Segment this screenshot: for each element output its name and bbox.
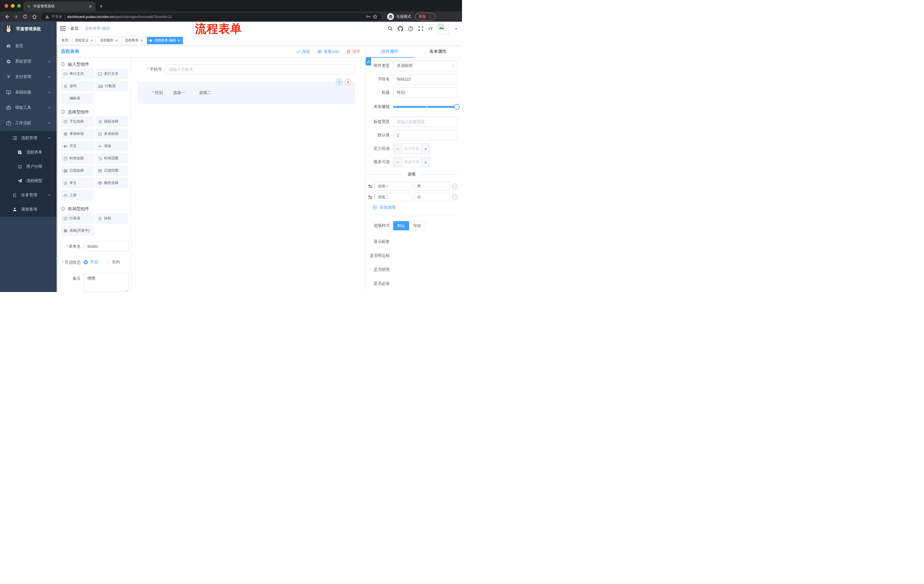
component-type-select[interactable] (393, 61, 457, 71)
tag-process-definition[interactable]: 流程定义✕ (72, 37, 96, 44)
drag-handle-icon[interactable] (368, 195, 373, 199)
option-2-label-input[interactable] (375, 193, 412, 201)
component-upload[interactable]: 上传 (61, 190, 94, 201)
tag-home[interactable]: 首页 (59, 37, 71, 44)
component-date-picker[interactable]: 日期选择 (61, 165, 94, 176)
avatar-caret-icon[interactable] (455, 27, 458, 30)
option-1-label-input[interactable] (375, 182, 412, 191)
component-editor[interactable]: 编辑器 (61, 93, 94, 104)
decrease-button[interactable]: − (393, 157, 402, 167)
tab-component-props[interactable]: 组件属性 (366, 46, 414, 58)
sidebar-item-workflow[interactable]: 工作流程 (0, 115, 57, 131)
close-icon[interactable]: ✕ (115, 39, 118, 43)
style-button-button[interactable]: 按钮 (409, 221, 426, 230)
component-checkbox-group[interactable]: 多选框组 (96, 128, 129, 139)
sidebar-item-payment[interactable]: ¥ 支付管理 (0, 69, 57, 85)
checkbox[interactable] (192, 91, 196, 95)
status-off-radio[interactable]: 关闭 (106, 260, 120, 265)
title-input[interactable] (393, 87, 457, 98)
close-window-button[interactable] (5, 4, 8, 8)
back-icon[interactable] (3, 13, 11, 21)
component-password[interactable]: 密码 (61, 81, 94, 91)
component-time-picker[interactable]: 时间选择 (61, 153, 94, 164)
avatar[interactable] (438, 23, 449, 34)
search-icon[interactable] (388, 26, 393, 31)
forward-icon[interactable] (12, 13, 20, 21)
decrease-button[interactable]: − (393, 144, 402, 153)
breadcrumb-home[interactable]: 首页 (70, 26, 78, 31)
browser-menu-icon[interactable]: ⋮ (428, 15, 432, 19)
min-select-stepper[interactable]: − 至少应选 + (393, 143, 430, 154)
save-button[interactable]: 保存 (296, 49, 310, 54)
tag-process-model[interactable]: 流程模型✕ (97, 37, 120, 44)
checkbox[interactable] (167, 91, 170, 95)
add-option-button[interactable]: 添加选项 (373, 205, 457, 210)
password-key-icon[interactable] (366, 14, 371, 19)
slider-track[interactable] (393, 106, 457, 108)
max-select-stepper[interactable]: − 最多可选 + (393, 157, 430, 167)
sidebar-item-process-model[interactable]: 流程模型 (0, 174, 57, 188)
component-button[interactable]: 按钮 (96, 213, 129, 224)
field-name-input[interactable] (393, 74, 457, 84)
not-secure-label[interactable]: 不安全 (51, 14, 62, 19)
sidebar-item-devtools[interactable]: 研发工具 (0, 100, 57, 115)
tag-process-form[interactable]: 流程表单✕ (122, 37, 145, 44)
component-switch[interactable]: 开关 (61, 141, 94, 151)
sidebar-item-leave-query[interactable]: 请假查询 (0, 202, 57, 217)
sidebar-item-process-management[interactable]: 流程管理 (0, 131, 57, 145)
tab-close-icon[interactable]: ✕ (89, 4, 92, 9)
scrollbar-track[interactable] (57, 46, 58, 292)
link-tag[interactable] (366, 58, 371, 66)
component-select[interactable]: 下拉选择 (61, 116, 94, 127)
remove-option-button[interactable]: − (452, 184, 457, 189)
form-remark-textarea[interactable]: 嘿嘿 (84, 273, 129, 292)
not-secure-warning-icon[interactable] (45, 15, 49, 18)
home-icon[interactable] (30, 13, 38, 21)
sidebar-item-process-form[interactable]: 流程表单 (0, 145, 57, 160)
view-json-button[interactable]: 查看json (317, 49, 339, 54)
form-name-input[interactable] (84, 241, 129, 252)
selected-component-gender[interactable]: *性别 选项一 选项二 (138, 82, 355, 104)
close-icon[interactable]: ✕ (90, 39, 93, 43)
help-icon[interactable] (408, 26, 413, 31)
window-controls[interactable] (5, 4, 21, 8)
component-row-container[interactable]: 行容器 (61, 213, 94, 224)
sidebar-item-user-group[interactable]: 用户分组 (0, 160, 57, 174)
phone-input[interactable] (165, 64, 355, 74)
option-1-value-input[interactable] (414, 182, 450, 191)
component-single-line-text[interactable]: 单行文本 (61, 69, 94, 79)
slider-handle[interactable] (454, 104, 460, 110)
phone-field[interactable]: *手机号 (135, 64, 355, 74)
browser-update-button[interactable]: 更新 ⋮ (415, 13, 436, 21)
grid-slider[interactable] (393, 102, 457, 112)
address-bar[interactable]: 不安全 dashboard.yudao.iocoder.cn/bpm/manag… (41, 13, 381, 21)
fullscreen-icon[interactable] (418, 26, 423, 31)
component-counter[interactable]: 123 计数器 (96, 81, 129, 91)
component-multi-line-text[interactable]: 多行文本 (96, 69, 129, 79)
clear-button[interactable]: 清空 (346, 49, 360, 54)
status-on-radio[interactable]: 开启 (84, 260, 98, 265)
tab-form-props[interactable]: 表单属性 (414, 46, 462, 58)
component-cascader[interactable]: 级联选择 (96, 116, 129, 127)
style-default-button[interactable]: 默认 (393, 221, 409, 230)
gender-option-2[interactable]: 选项二 (192, 90, 211, 95)
increase-button[interactable]: + (421, 157, 430, 167)
update-label[interactable]: 更新 (419, 14, 426, 19)
min-select-value[interactable]: 至少应选 (402, 144, 421, 153)
zoom-window-button[interactable] (17, 4, 21, 8)
form-canvas[interactable]: *手机号 *性别 (131, 58, 365, 292)
font-size-icon[interactable]: TT (428, 26, 433, 31)
max-select-value[interactable]: 最多可选 (402, 157, 421, 167)
browser-tab[interactable]: 芋道管理系统 ✕ (23, 2, 96, 12)
gender-option-1[interactable]: 选项一 (167, 90, 185, 95)
tag-process-form-edit[interactable]: 流程表单-编辑✕ (147, 37, 183, 44)
default-value-input[interactable] (393, 130, 457, 140)
sidebar-item-task-management[interactable]: 任务管理 (0, 188, 57, 202)
remove-option-button[interactable]: − (452, 194, 457, 200)
sidebar-logo[interactable]: 芋道管理系统 (0, 22, 57, 36)
component-radio-group[interactable]: 单选框组 (61, 128, 94, 139)
reload-icon[interactable] (21, 13, 29, 21)
url-text[interactable]: dashboard.yudao.iocoder.cn/bpm/manager/f… (67, 14, 172, 19)
component-date-range[interactable]: 日期范围 (96, 165, 129, 176)
component-color-picker[interactable]: 颜色选择 (96, 178, 129, 188)
